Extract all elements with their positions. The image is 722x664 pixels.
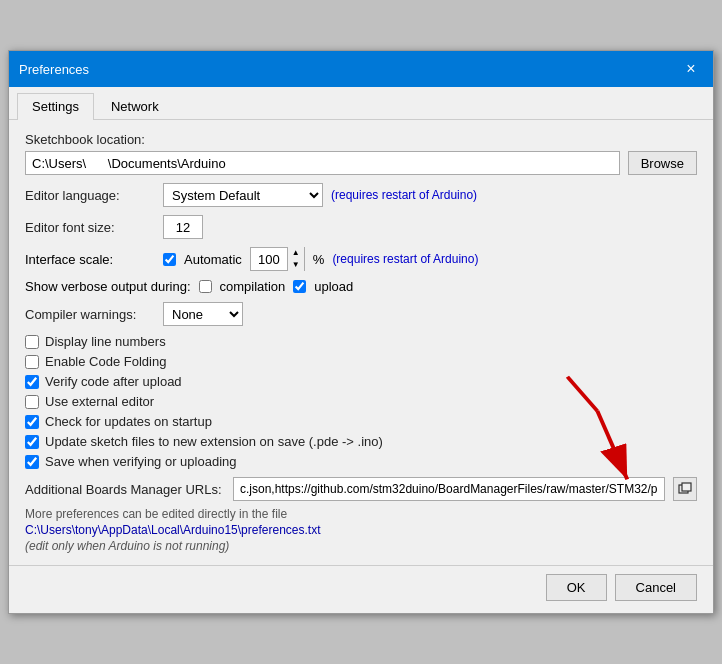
checkbox-display-line-numbers: Display line numbers [25,334,697,349]
compiler-warnings-row: Compiler warnings: None Default More All [25,302,697,326]
save-verifying-label: Save when verifying or uploading [45,454,237,469]
checkbox-external-editor: Use external editor [25,394,697,409]
sketchbook-label: Sketchbook location: [25,132,155,147]
open-boards-icon [678,482,692,496]
window-body: Sketchbook location: Browse Editor langu… [9,120,713,565]
checkbox-check-updates: Check for updates on startup [25,414,697,429]
verbose-output-row: Show verbose output during: compilation … [25,279,697,294]
editor-font-row: Editor font size: [25,215,697,239]
compilation-checkbox[interactable] [199,280,212,293]
preferences-window: Preferences × Settings Network Sketchboo… [8,50,714,614]
boards-manager-input[interactable] [233,477,665,501]
ok-button[interactable]: OK [546,574,607,601]
editor-language-hint: (requires restart of Arduino) [331,188,477,202]
auto-scale-text: Automatic [184,252,242,267]
spinner-down[interactable]: ▼ [288,259,304,271]
checkbox-enable-code-folding: Enable Code Folding [25,354,697,369]
auto-scale-checkbox[interactable] [163,253,176,266]
file-path: C:\Users\tony\AppData\Local\Arduino15\pr… [25,523,697,537]
upload-checkbox[interactable] [293,280,306,293]
interface-scale-row: Interface scale: Automatic ▲ ▼ % (requir… [25,247,697,271]
sketchbook-input-row: Browse [25,151,697,175]
tab-bar: Settings Network [9,87,713,120]
footer: OK Cancel [9,565,713,613]
editor-font-label: Editor font size: [25,220,155,235]
editor-font-input[interactable] [163,215,203,239]
sketchbook-section: Sketchbook location: Browse [25,132,697,175]
update-sketch-checkbox[interactable] [25,435,39,449]
verbose-label: Show verbose output during: [25,279,191,294]
info-text: More preferences can be edited directly … [25,507,697,521]
spinner-arrows: ▲ ▼ [287,247,304,271]
compilation-label: compilation [220,279,286,294]
sketchbook-input[interactable] [25,151,620,175]
tab-settings[interactable]: Settings [17,93,94,120]
svg-rect-1 [682,483,691,491]
interface-scale-label: Interface scale: [25,252,155,267]
spinner-up[interactable]: ▲ [288,247,304,259]
editor-language-row: Editor language: System Default (require… [25,183,697,207]
save-verifying-checkbox[interactable] [25,455,39,469]
scale-spinner: ▲ ▼ [250,247,305,271]
display-line-numbers-checkbox[interactable] [25,335,39,349]
title-bar: Preferences × [9,51,713,87]
check-updates-checkbox[interactable] [25,415,39,429]
boards-manager-icon-button[interactable] [673,477,697,501]
tab-network[interactable]: Network [96,93,174,119]
settings-content: Sketchbook location: Browse Editor langu… [9,120,713,565]
verify-code-checkbox[interactable] [25,375,39,389]
check-updates-label: Check for updates on startup [45,414,212,429]
compiler-warnings-label: Compiler warnings: [25,307,155,322]
scale-input[interactable] [251,248,287,270]
scale-hint: (requires restart of Arduino) [332,252,478,266]
checkbox-verify-code: Verify code after upload [25,374,697,389]
cancel-button[interactable]: Cancel [615,574,697,601]
compiler-warnings-select[interactable]: None Default More All [163,302,243,326]
edit-note: (edit only when Arduino is not running) [25,539,697,553]
external-editor-checkbox[interactable] [25,395,39,409]
enable-code-folding-checkbox[interactable] [25,355,39,369]
editor-language-select[interactable]: System Default [163,183,323,207]
editor-language-label: Editor language: [25,188,155,203]
close-button[interactable]: × [679,57,703,81]
verify-code-label: Verify code after upload [45,374,182,389]
checkbox-update-sketch: Update sketch files to new extension on … [25,434,697,449]
browse-button[interactable]: Browse [628,151,697,175]
boards-manager-label: Additional Boards Manager URLs: [25,482,225,497]
update-sketch-label: Update sketch files to new extension on … [45,434,383,449]
external-editor-label: Use external editor [45,394,154,409]
upload-label: upload [314,279,353,294]
boards-manager-row: Additional Boards Manager URLs: [25,477,697,501]
enable-code-folding-label: Enable Code Folding [45,354,166,369]
display-line-numbers-label: Display line numbers [45,334,166,349]
checkbox-save-verifying: Save when verifying or uploading [25,454,697,469]
scale-unit: % [313,252,325,267]
window-title: Preferences [19,62,89,77]
